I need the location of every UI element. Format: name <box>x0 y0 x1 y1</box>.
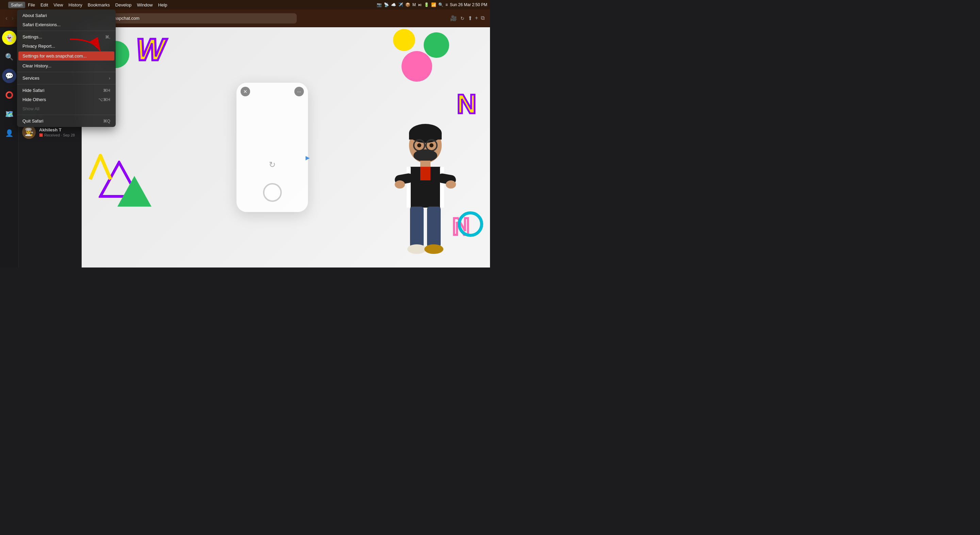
toolbar-actions: ⬆ + ⧉ <box>468 15 485 21</box>
control-center-icon[interactable]: ≡ <box>445 2 448 7</box>
deco-z-letter-yellow: N <box>457 89 476 120</box>
phone-close-button[interactable]: ✕ <box>240 87 250 96</box>
mail-icon: ✈️ <box>398 2 403 7</box>
services-arrow-icon: › <box>109 76 110 81</box>
show-all-label: Show All <box>22 106 40 111</box>
menubar-left: Safari File Edit View History Bookmarks … <box>3 2 170 8</box>
back-icon[interactable]: ‹ <box>5 14 8 22</box>
phone-more-button[interactable]: ··· <box>294 87 304 96</box>
camera-icon: 📷 <box>377 2 382 7</box>
close-icon: ✕ <box>243 89 247 94</box>
show-all-item: Show All <box>17 104 116 113</box>
loading-spinner: ↻ <box>269 160 275 169</box>
menu-separator-1 <box>17 30 116 31</box>
share-icon[interactable]: ⬆ <box>468 15 472 21</box>
mail2-icon: M <box>412 2 416 7</box>
services-item[interactable]: Services › <box>17 73 116 83</box>
hide-others-shortcut: ⌥⌘H <box>98 97 110 102</box>
privacy-report-label: Privacy Report... <box>22 43 55 49</box>
snapchat-background: W <box>82 27 490 268</box>
svg-marker-1 <box>118 176 151 207</box>
help-menu[interactable]: Help <box>156 2 170 8</box>
svg-rect-11 <box>420 161 430 167</box>
svg-point-23 <box>424 244 443 254</box>
hide-safari-label: Hide Safari <box>22 88 44 93</box>
search-icon[interactable]: 🔍 <box>438 2 443 7</box>
status-text: Received · Sep 28 <box>44 133 75 137</box>
shutter-button[interactable] <box>263 183 282 202</box>
safari-extensions-item[interactable]: Safari Extensions... <box>17 20 116 29</box>
clear-history-item[interactable]: Clear History... <box>17 61 116 70</box>
privacy-report-item[interactable]: Privacy Report... <box>17 41 116 51</box>
video-call-icon[interactable]: 🎥 <box>450 15 457 21</box>
snapchat-logo-icon[interactable]: 👻 <box>2 30 16 45</box>
new-tab-icon[interactable]: + <box>475 15 478 21</box>
services-label: Services <box>22 76 40 81</box>
svg-rect-15 <box>420 167 430 180</box>
svg-rect-21 <box>427 207 441 247</box>
safari-extensions-label: Safari Extensions... <box>22 22 60 27</box>
search-strip-icon[interactable]: 🔍 <box>2 50 16 64</box>
contact-info-akhilesh: Akhilesh T 🟥 Received · Sep 28 <box>39 127 78 137</box>
main-content: W <box>82 27 490 268</box>
tabs-icon[interactable]: ⧉ <box>481 15 485 21</box>
snap-status-icon: 🟥 <box>39 134 43 137</box>
profile-strip-icon[interactable]: 👤 <box>2 126 16 140</box>
deco-triangle-green <box>116 174 153 210</box>
left-strip: 👻 🔍 💬 ⭕ 🗺️ 👤 <box>0 27 19 268</box>
svg-rect-4 <box>409 133 442 140</box>
deco-w-letter: W <box>136 32 165 67</box>
edit-menu[interactable]: Edit <box>38 2 51 8</box>
settings-item[interactable]: Settings... ⌘, <box>17 32 116 41</box>
bitmoji-character <box>388 123 463 268</box>
contact-name: Akhilesh T <box>39 127 78 132</box>
settings-label: Settings... <box>22 34 42 40</box>
develop-menu[interactable]: Develop <box>113 2 134 8</box>
settings-shortcut: ⌘, <box>105 35 110 40</box>
about-safari-label: About Safari <box>22 13 47 18</box>
avatar-akhilesh: 👨‍🍳 <box>22 125 36 139</box>
menu-separator-4 <box>17 115 116 115</box>
svg-rect-20 <box>410 207 424 247</box>
refresh-icon[interactable]: ↻ <box>460 16 465 21</box>
contact-status: 🟥 Received · Sep 28 <box>39 133 78 137</box>
battery-icon: 🔋 <box>424 2 429 7</box>
datetime: Sun 26 Mar 2:50 PM <box>450 2 487 7</box>
about-safari-item[interactable]: About Safari <box>17 11 116 20</box>
stories-strip-icon[interactable]: ⭕ <box>2 88 16 102</box>
deco-arrow-yellow <box>89 154 112 182</box>
url-bar[interactable]: 🔒 web.snapchat.com <box>92 13 297 24</box>
svg-point-22 <box>407 244 426 254</box>
hide-safari-item[interactable]: Hide Safari ⌘H <box>17 86 116 95</box>
phone-mockup: ✕ ··· ↻ ▶ <box>237 83 308 212</box>
svg-point-8 <box>417 143 421 147</box>
file-menu[interactable]: File <box>25 2 38 8</box>
history-menu[interactable]: History <box>66 2 85 8</box>
quit-safari-item[interactable]: Quit Safari ⌘Q <box>17 116 116 126</box>
settings-for-site-item[interactable]: Settings for web.snapchat.com... <box>18 51 115 61</box>
view-menu[interactable]: View <box>51 2 66 8</box>
quit-safari-shortcut: ⌘Q <box>103 119 110 124</box>
deco-circle-yellow <box>393 29 415 51</box>
music-icon: ⏯ <box>418 2 422 7</box>
settings-for-site-label: Settings for web.snapchat.com... <box>22 53 87 59</box>
safari-menu[interactable]: Safari <box>8 2 25 8</box>
bookmarks-menu[interactable]: Bookmarks <box>85 2 113 8</box>
airplay-icon: 📡 <box>384 2 389 7</box>
hide-safari-shortcut: ⌘H <box>103 88 110 93</box>
box-icon: 📦 <box>405 2 410 7</box>
hide-others-label: Hide Others <box>22 97 46 102</box>
discover-strip-icon[interactable]: 🗺️ <box>2 107 16 121</box>
chat-strip-icon[interactable]: 💬 <box>2 69 16 83</box>
svg-point-18 <box>395 180 405 188</box>
menu-separator-2 <box>17 72 116 72</box>
quit-safari-label: Quit Safari <box>22 118 43 124</box>
svg-point-19 <box>446 180 456 188</box>
apple-menu[interactable] <box>3 4 8 5</box>
svg-point-10 <box>414 150 437 162</box>
svg-rect-13 <box>407 167 411 208</box>
svg-rect-14 <box>440 167 444 208</box>
forward-icon[interactable]: › <box>11 14 14 22</box>
hide-others-item[interactable]: Hide Others ⌥⌘H <box>17 95 116 104</box>
window-menu[interactable]: Window <box>134 2 155 8</box>
